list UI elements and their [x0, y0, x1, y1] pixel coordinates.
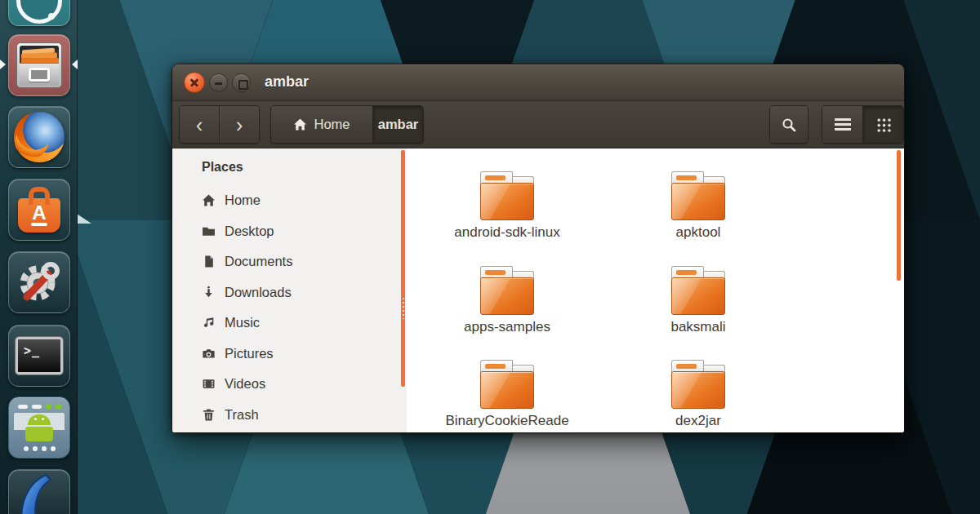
- gear-wrench-icon: [16, 259, 63, 306]
- running-indicator-arrow: [0, 60, 6, 69]
- sidebar-item-desktop[interactable]: Desktop: [172, 216, 401, 247]
- toolbar: ‹ › Home ambar: [172, 101, 904, 148]
- folder-item[interactable]: apps-samples: [412, 243, 603, 338]
- sidebar-item-pictures[interactable]: Pictures: [172, 339, 401, 370]
- home-icon: [202, 193, 216, 207]
- launcher-item-android-emulator[interactable]: [8, 397, 70, 459]
- sidebar-header: Places: [172, 160, 401, 175]
- folder-name: android-sdk-linux: [454, 224, 559, 241]
- launcher-item-software-center[interactable]: A: [8, 179, 70, 241]
- breadcrumb-home[interactable]: Home: [271, 106, 372, 143]
- unity-launcher: A >_: [0, 0, 78, 514]
- nav-button-group: ‹ ›: [179, 105, 260, 144]
- folder-item[interactable]: apktool: [603, 148, 794, 243]
- list-view-icon: [835, 118, 851, 131]
- download-arrow-icon: [202, 286, 216, 299]
- music-notes-icon: [202, 316, 216, 330]
- terminal-prompt: >_: [24, 343, 40, 358]
- forward-icon: ›: [236, 114, 243, 135]
- close-button[interactable]: [184, 72, 205, 93]
- launcher-item-wireshark[interactable]: [8, 469, 70, 514]
- terminal-icon: >_: [16, 337, 63, 374]
- file-cabinet-icon: [16, 42, 62, 88]
- folder-name: baksmali: [670, 319, 725, 335]
- folder-icon: [480, 360, 534, 409]
- grid-view-icon: [876, 117, 891, 132]
- maximize-button[interactable]: [232, 73, 251, 92]
- grid-view-button[interactable]: [862, 106, 903, 143]
- folder-icon: [480, 171, 534, 220]
- folder-item[interactable]: android-sdk-linux: [412, 148, 603, 243]
- search-icon: [781, 117, 797, 133]
- back-icon: ‹: [196, 114, 203, 135]
- software-center-bag-icon: A: [18, 198, 60, 233]
- folder-item[interactable]: baksmali: [603, 243, 794, 338]
- sidebar-item-trash[interactable]: Trash: [172, 400, 401, 431]
- folder-name: BinaryCookieReade: [445, 413, 568, 429]
- focused-indicator-arrow: [72, 60, 78, 69]
- folder-icon: [480, 266, 534, 315]
- film-strip-icon: [202, 377, 216, 391]
- folder-item[interactable]: BinaryCookieReade: [412, 337, 603, 432]
- view-toggle-group: [822, 105, 904, 144]
- list-view-button[interactable]: [822, 106, 862, 143]
- launcher-item-system-settings[interactable]: [8, 251, 70, 313]
- launcher-item-terminal[interactable]: >_: [8, 325, 70, 387]
- sidebar-item-downloads[interactable]: Downloads: [172, 277, 401, 308]
- folder-icon: [671, 266, 725, 315]
- firefox-icon: [14, 112, 65, 162]
- sidebar-item-home[interactable]: Home: [172, 185, 401, 216]
- camera-icon: [202, 347, 216, 361]
- sidebar-item-videos[interactable]: Videos: [172, 369, 401, 400]
- desktop-folder-icon: [202, 224, 216, 238]
- trash-icon: [202, 408, 216, 422]
- android-robot-icon: [14, 402, 65, 453]
- window-title: ambar: [265, 73, 309, 91]
- launcher-item-firefox[interactable]: [8, 106, 70, 168]
- search-button-group: [769, 105, 808, 144]
- folder-name: apps-samples: [464, 319, 550, 335]
- search-button[interactable]: [770, 106, 808, 143]
- minimize-button[interactable]: [209, 73, 228, 92]
- breadcrumb-current-folder[interactable]: ambar: [372, 106, 423, 143]
- titlebar[interactable]: ambar: [172, 64, 904, 101]
- sidebar-scrollbar[interactable]: [401, 150, 405, 387]
- forward-button[interactable]: ›: [219, 106, 259, 144]
- back-button[interactable]: ‹: [180, 106, 219, 144]
- launcher-item-files[interactable]: [8, 34, 70, 96]
- folder-item[interactable]: dex2jar: [603, 337, 794, 432]
- sidebar-item-music[interactable]: Music: [172, 308, 401, 339]
- launcher-item-ubuntu-dash[interactable]: [8, 0, 70, 26]
- sidebar-item-documents[interactable]: Documents: [172, 246, 401, 277]
- file-manager-window: ambar ‹ › Home ambar: [172, 64, 905, 433]
- window-body: Places Home Desktop Documents Downloads: [172, 148, 904, 433]
- pane-separator: [401, 148, 407, 433]
- content-scrollbar[interactable]: [897, 150, 901, 281]
- document-icon: [202, 255, 216, 268]
- folder-icon: [671, 360, 725, 409]
- ubuntu-logo-icon: [16, 0, 62, 24]
- wireshark-fin-icon: [13, 470, 65, 514]
- places-sidebar: Places Home Desktop Documents Downloads: [172, 148, 401, 433]
- folder-icon: [671, 171, 725, 220]
- icon-grid: android-sdk-linux apktool apps-samples: [412, 148, 804, 432]
- folder-name: dex2jar: [675, 413, 721, 429]
- home-icon: [293, 117, 307, 131]
- folder-name: apktool: [676, 224, 721, 241]
- breadcrumb: Home ambar: [270, 105, 424, 144]
- folder-contents-pane: android-sdk-linux apktool apps-samples: [407, 148, 904, 433]
